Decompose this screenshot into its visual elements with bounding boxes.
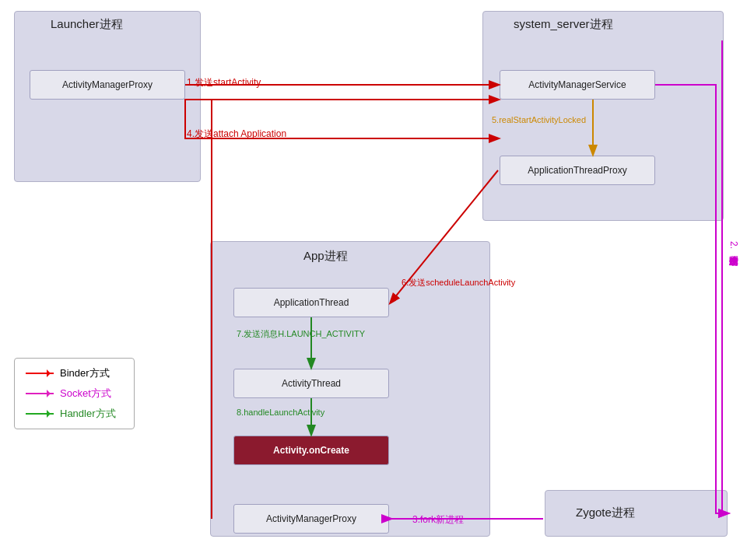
arrow8-label: 8.handleLaunchActivity <box>237 408 324 417</box>
app-amp-box: ActivityManagerProxy <box>233 504 389 534</box>
system-server-process-label: system_server进程 <box>514 17 613 32</box>
legend-item-binder: Binder方式 <box>26 366 123 380</box>
legend-arrow-pink <box>26 393 54 394</box>
arrow5-label: 5.realStartActivityLocked <box>492 115 586 124</box>
app-activitythread-label: ActivityThread <box>282 378 341 389</box>
legend-box: Binder方式 Socket方式 Handler方式 <box>14 358 135 429</box>
launcher-process-label: Launcher进程 <box>51 17 123 32</box>
arrow4-label: 4.发送attach Application <box>187 128 286 141</box>
zygote-process-box <box>545 490 728 537</box>
diagram-container: Launcher进程 ActivityManagerProxy system_s… <box>0 0 747 560</box>
legend-label-socket: Socket方式 <box>60 387 111 401</box>
launcher-amp-label: ActivityManagerProxy <box>62 79 153 90</box>
zygote-process-label: Zygote进程 <box>576 506 635 520</box>
arrow2-label: 2.发送创建进程的请求 <box>727 241 739 249</box>
legend-item-handler: Handler方式 <box>26 407 123 421</box>
app-process-label: App进程 <box>303 249 348 264</box>
atp-label: ApplicationThreadProxy <box>528 165 626 176</box>
ams-label: ActivityManagerService <box>528 79 626 90</box>
app-activitythread-box: ActivityThread <box>233 369 389 398</box>
atp-box: ApplicationThreadProxy <box>500 156 655 185</box>
launcher-amp-box: ActivityManagerProxy <box>30 70 185 100</box>
legend-arrow-green <box>26 413 54 415</box>
legend-arrow-red <box>26 373 54 374</box>
ams-box: ActivityManagerService <box>500 70 655 100</box>
arrow3-label: 3.fork新进程 <box>412 513 464 527</box>
app-oncreate-label: Activity.onCreate <box>273 445 349 456</box>
app-applicationthread-label: ApplicationThread <box>274 297 349 308</box>
legend-label-handler: Handler方式 <box>60 407 116 421</box>
app-applicationthread-box: ApplicationThread <box>233 288 389 317</box>
arrow1-label: 1.发送startActivity <box>187 76 261 89</box>
legend-label-binder: Binder方式 <box>60 366 110 380</box>
arrow6-label: 6.发送scheduleLaunchActivity <box>402 277 515 289</box>
app-amp-label: ActivityManagerProxy <box>266 513 356 524</box>
app-oncreate-box: Activity.onCreate <box>233 436 389 465</box>
legend-item-socket: Socket方式 <box>26 387 123 401</box>
arrow7-label: 7.发送消息H.LAUNCH_ACTIVITY <box>237 328 365 340</box>
